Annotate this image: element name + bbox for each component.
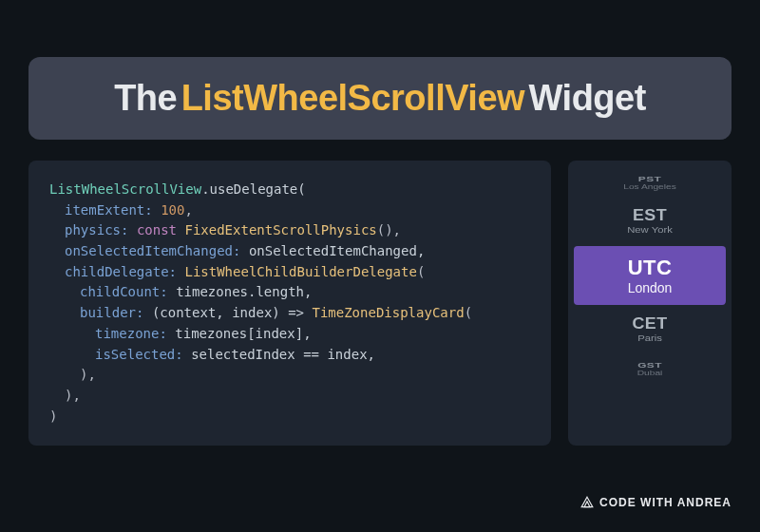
title-bar: The ListWheelScrollView Widget [28,57,732,140]
code-token: onSelectedItemChanged: [65,243,240,258]
code-token: ), [80,367,96,382]
code-line: ), [49,365,530,386]
code-line: ) [49,407,530,428]
code-token: FixedExtentScrollPhysics [184,222,376,238]
code-token: ( [417,264,425,279]
code-token: 100 [161,202,184,218]
timezone-abbr: UTC [578,256,722,280]
code-token: const [137,222,177,238]
timezone-abbr: PST [588,175,711,183]
code-line: physics: const FixedExtentScrollPhysics(… [49,220,530,241]
code-token: TimeZoneDisplayCard [312,305,464,320]
content-row: ListWheelScrollView.useDelegate( itemExt… [28,161,732,446]
wheel-item[interactable]: EST New York [579,202,721,239]
timezone-city: London [578,280,722,295]
code-token: (context, index) => [152,305,304,320]
code-token: onSelectedItemChanged, [249,243,425,258]
code-token: ListWheelChildBuilderDelegate [184,264,416,279]
timezone-abbr: EST [582,207,718,224]
title-word-1: The [114,78,177,118]
code-token: ( [465,305,472,320]
code-token: ListWheelScrollView [49,181,201,197]
code-line: childCount: timezones.length, [49,282,530,303]
code-token: isSelected: [95,347,183,362]
code-line: ), [49,386,530,407]
wheel-scroll-view[interactable]: PST Los Angeles EST New York UTC London … [568,161,732,446]
code-panel: ListWheelScrollView.useDelegate( itemExt… [28,161,551,446]
brand-logo: CODE WITH ANDREA [580,496,732,509]
code-token: itemExtent: [65,202,153,218]
timezone-city: Paris [582,332,718,343]
code-token: timezone: [95,326,167,341]
code-token: (), [377,222,401,238]
code-token: , [184,202,192,218]
code-line: childDelegate: ListWheelChildBuilderDele… [49,262,530,283]
timezone-city: Los Angeles [588,183,711,191]
code-line: isSelected: selectedIndex == index, [49,345,530,366]
code-token: childCount: [80,284,168,299]
code-token: physics: [65,222,128,238]
timezone-abbr: GST [588,361,711,370]
code-line: timezone: timezones[index], [49,324,530,345]
code-line: ListWheelScrollView.useDelegate( [49,180,530,200]
code-token: builder: [80,305,143,320]
brand-text: CODE WITH ANDREA [599,496,732,509]
code-token: selectedIndex == index, [191,347,375,362]
wheel-item[interactable]: CET Paris [579,311,721,348]
code-line: builder: (context, index) => TimeZoneDis… [49,303,530,324]
code-token: timezones[index], [175,326,311,341]
timezone-abbr: CET [582,315,718,332]
title-word-3: Widget [529,78,646,118]
code-token: ) [49,408,57,424]
code-line: itemExtent: 100, [49,200,530,221]
wheel-item[interactable]: GST Dubai [585,357,714,379]
title-word-2: ListWheelScrollView [181,78,524,118]
code-token: ), [65,388,81,403]
wheel-item[interactable]: PST Los Angeles [585,171,714,193]
code-token: childDelegate: [65,264,177,279]
timezone-city: New York [582,224,718,235]
code-token: .useDelegate( [201,181,306,197]
code-token: timezones.length, [176,284,312,299]
logo-icon [580,496,594,509]
timezone-city: Dubai [588,370,711,377]
wheel-item-selected[interactable]: UTC London [574,246,726,305]
code-line: onSelectedItemChanged: onSelectedItemCha… [49,241,530,262]
